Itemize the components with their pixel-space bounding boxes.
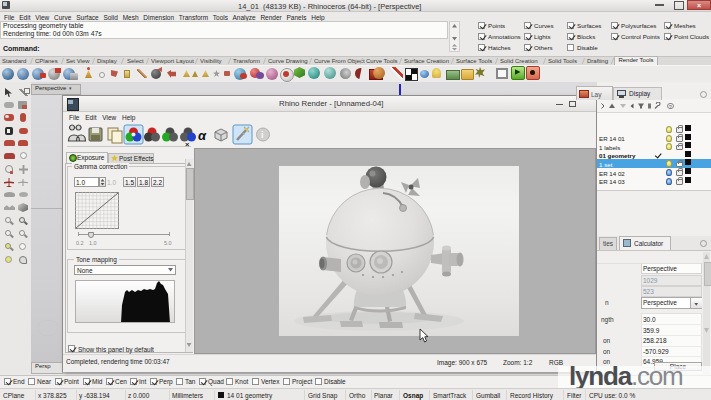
svg-text:i: i [261, 130, 264, 140]
svg-text:α: α [198, 128, 207, 143]
